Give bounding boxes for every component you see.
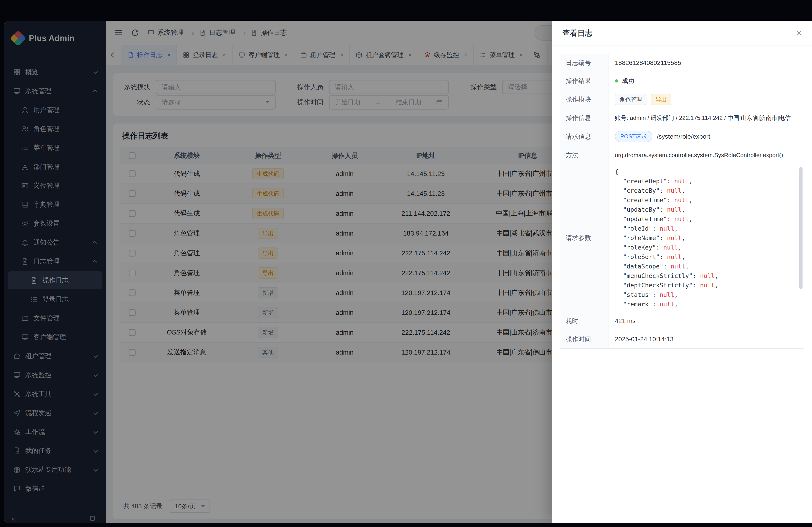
action-tag: 导出 xyxy=(651,94,671,105)
module-value: 角色管理 导出 xyxy=(609,90,804,109)
scrollbar[interactable] xyxy=(799,167,802,309)
code-line: "menuCheckStrictly": null, xyxy=(615,271,798,281)
detail-row-params: 请求参数 { "createDept": null, "createBy": n… xyxy=(560,164,804,312)
detail-row-info: 操作信息 账号: admin / 研发部门 / 222.175.114.242 … xyxy=(560,109,804,127)
code-line: "roleId": null, xyxy=(615,224,798,233)
drawer-header: 查看日志 × xyxy=(552,21,812,46)
code-line: "createDept": null, xyxy=(615,177,798,186)
code-line: "roleKey": null, xyxy=(615,243,798,252)
code-line: "createTime": null, xyxy=(615,195,798,205)
module-tag: 角色管理 xyxy=(615,94,647,105)
cost-value: 421 ms xyxy=(609,312,804,330)
code-line: "createBy": null, xyxy=(615,186,798,195)
code-line: "roleName": null, xyxy=(615,233,798,243)
detail-row-result: 操作结果 成功 xyxy=(560,72,804,90)
scrollbar-thumb[interactable] xyxy=(799,167,802,289)
drawer-body: 日志编号 1882612840802115585 操作结果 成功 操作模块 角色… xyxy=(552,46,812,356)
json-code-block[interactable]: { "createDept": null, "createBy": null, … xyxy=(615,167,798,309)
code-line: "remark": null, xyxy=(615,300,798,309)
detail-row-method: 方法 org.dromara.system.controller.system.… xyxy=(560,146,804,164)
detail-row-cost: 耗时 421 ms xyxy=(560,312,804,330)
code-line: "status": null, xyxy=(615,290,798,300)
time-value: 2025-01-24 10:14:13 xyxy=(609,330,804,348)
result-value: 成功 xyxy=(609,72,804,90)
request-info-value: POST请求 /system/role/export xyxy=(609,127,804,146)
detail-row-time: 操作时间 2025-01-24 10:14:13 xyxy=(560,330,804,348)
success-status-dot xyxy=(615,79,618,82)
detail-row-request: 请求信息 POST请求 /system/role/export xyxy=(560,127,804,146)
request-path: /system/role/export xyxy=(657,133,710,140)
code-line: { xyxy=(615,167,798,177)
view-log-drawer: 查看日志 × 日志编号 1882612840802115585 操作结果 成功 … xyxy=(552,21,812,523)
log-id-value: 1882612840802115585 xyxy=(609,54,804,72)
operation-info-value: 账号: admin / 研发部门 / 222.175.114.242 / 中国|… xyxy=(609,109,804,127)
post-method-tag: POST请求 xyxy=(615,131,652,142)
code-line: "updateBy": null, xyxy=(615,205,798,214)
request-params-value: { "createDept": null, "createBy": null, … xyxy=(609,164,804,312)
code-line: "dataScope": null, xyxy=(615,262,798,271)
code-line: "roleSort": null, xyxy=(615,252,798,262)
code-line: "updateTime": null, xyxy=(615,214,798,224)
detail-row-log-id: 日志编号 1882612840802115585 xyxy=(560,54,804,72)
drawer-title: 查看日志 xyxy=(563,28,592,38)
close-icon[interactable]: × xyxy=(797,29,802,37)
log-detail-table: 日志编号 1882612840802115585 操作结果 成功 操作模块 角色… xyxy=(560,54,804,349)
detail-row-module: 操作模块 角色管理 导出 xyxy=(560,90,804,109)
code-line: "deptCheckStrictly": null, xyxy=(615,281,798,290)
app-window: Plus Admin 概览 系统管理 用户管理 xyxy=(4,21,812,523)
method-value: org.dromara.system.controller.system.Sys… xyxy=(609,146,804,164)
